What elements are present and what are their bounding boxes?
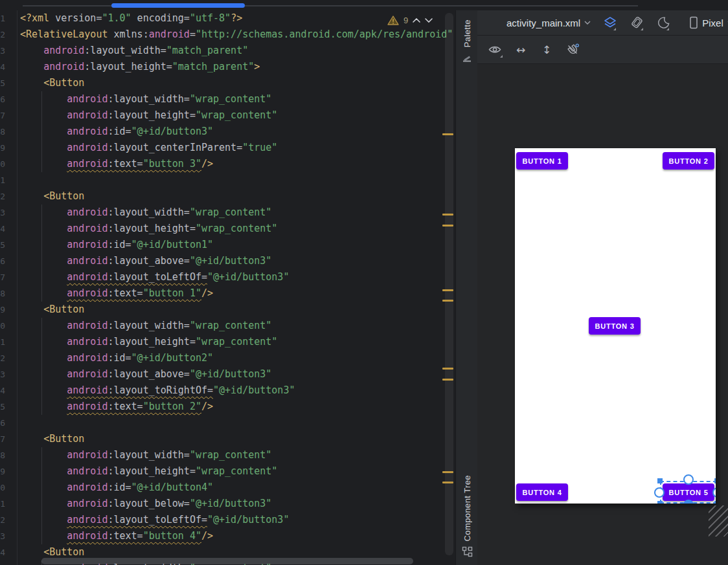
next-problem-icon[interactable] bbox=[425, 18, 433, 23]
code-line[interactable]: 19 <Button bbox=[0, 302, 455, 318]
line-number: 17 bbox=[0, 269, 5, 285]
code-line[interactable]: 14 android:layout_height="wrap_content" bbox=[0, 221, 455, 237]
design-surface[interactable]: BUTTON 1BUTTON 2BUTTON 3BUTTON 4BUTTON 5 bbox=[477, 64, 728, 565]
code-line[interactable]: 28 android:layout_width="wrap_content" bbox=[0, 447, 455, 463]
code-line[interactable]: 20 android:layout_width="wrap_content" bbox=[0, 318, 455, 334]
code-line[interactable]: 8 android:id="@+id/button3" bbox=[0, 124, 455, 140]
code-text: android:text="button 1"/> bbox=[20, 285, 213, 302]
selection-corner-handle[interactable] bbox=[657, 478, 663, 483]
device-selector[interactable]: Pixel bbox=[689, 16, 728, 29]
code-text: android:layout_width="wrap_content" bbox=[20, 318, 271, 334]
night-mode-icon[interactable] bbox=[657, 14, 670, 31]
line-number: 20 bbox=[0, 318, 5, 334]
selection-corner-handle[interactable] bbox=[657, 501, 663, 504]
code-line[interactable]: 6 android:layout_width="wrap_content" bbox=[0, 91, 455, 107]
line-number: 9 bbox=[0, 140, 5, 156]
code-line[interactable]: 25 android:text="button 2"/> bbox=[0, 399, 455, 415]
progress-bar bbox=[111, 3, 245, 8]
warning-stripe-mark[interactable] bbox=[442, 379, 453, 381]
warning-stripe-mark[interactable] bbox=[442, 368, 453, 370]
indent-guide bbox=[41, 205, 42, 302]
warning-stripe-mark[interactable] bbox=[442, 133, 453, 135]
xml-code-editor[interactable]: 1<?xml version="1.0" encoding="utf-8"?>2… bbox=[0, 10, 455, 565]
selection-anchor-handle[interactable] bbox=[654, 487, 665, 498]
previous-problem-icon[interactable] bbox=[413, 18, 420, 23]
code-line[interactable]: 10 android:text="button 3"/> bbox=[0, 156, 455, 172]
view-options-icon[interactable] bbox=[486, 41, 503, 58]
code-line[interactable]: 9 android:layout_centerInParent="true" bbox=[0, 140, 455, 156]
warning-stripe-mark[interactable] bbox=[442, 482, 453, 483]
code-line[interactable]: 29 android:layout_height="wrap_content" bbox=[0, 463, 455, 480]
selection-corner-handle[interactable] bbox=[714, 478, 716, 483]
line-number: 29 bbox=[0, 463, 5, 480]
code-text: android:layout_toRightOf="@+id/button3" bbox=[20, 382, 295, 399]
selection-anchor-handle[interactable] bbox=[683, 474, 694, 485]
resize-corner-hatch[interactable] bbox=[709, 505, 728, 537]
code-line[interactable]: 23 android:layout_above="@+id/button3" bbox=[0, 366, 455, 382]
warning-icon bbox=[387, 16, 399, 25]
code-line[interactable]: 26 bbox=[0, 415, 455, 431]
code-line[interactable]: 13 android:layout_width="wrap_content" bbox=[0, 205, 455, 221]
code-line[interactable]: 5 <Button bbox=[0, 75, 455, 91]
code-line[interactable]: 4 android:layout_height="match_parent"> bbox=[0, 59, 455, 75]
code-text: android:layout_width="match_parent" bbox=[20, 43, 248, 59]
layout-file-dropdown[interactable]: activity_main.xml bbox=[506, 17, 591, 28]
design-surface-icon[interactable] bbox=[604, 14, 617, 31]
line-number: 34 bbox=[0, 544, 5, 560]
code-line[interactable]: 11 bbox=[0, 172, 455, 188]
code-text: android:text="button 3"/> bbox=[20, 156, 213, 172]
design-toolbar: activity_main.xml bbox=[477, 10, 728, 36]
vertical-expand-icon[interactable]: ↕ bbox=[538, 41, 555, 58]
component-tree-tool-tab[interactable]: Component Tree bbox=[456, 475, 478, 557]
code-text: android:layout_height="wrap_content" bbox=[20, 107, 277, 124]
preview-button[interactable]: BUTTON 3 bbox=[589, 317, 641, 335]
code-line[interactable]: 18 android:text="button 1"/> bbox=[0, 285, 455, 302]
code-line[interactable]: 2<RelativeLayout xmlns:android="http://s… bbox=[0, 27, 455, 43]
selection-corner-handle[interactable] bbox=[714, 501, 716, 504]
palette-tool-tab[interactable]: Palette bbox=[456, 19, 478, 63]
preview-button[interactable]: BUTTON 4 bbox=[516, 483, 568, 501]
code-text: android:layout_width="wrap_content" bbox=[20, 91, 271, 107]
code-line[interactable]: 16 android:layout_above="@+id/button3" bbox=[0, 253, 455, 269]
code-line[interactable]: 3 android:layout_width="match_parent" bbox=[0, 43, 455, 59]
code-line[interactable]: 15 android:id="@+id/button1" bbox=[0, 237, 455, 253]
warning-stripe-mark[interactable] bbox=[442, 471, 453, 473]
device-name: Pixel bbox=[702, 17, 723, 28]
code-text: android:layout_toLeftOf="@+id/button3" bbox=[20, 269, 289, 285]
inspections-widget[interactable]: 9 bbox=[387, 14, 433, 27]
preview-button[interactable]: BUTTON 1 bbox=[516, 152, 568, 170]
code-text: android:layout_width="wrap_content" bbox=[20, 205, 271, 221]
preview-button[interactable]: BUTTON 5 bbox=[663, 483, 714, 501]
orientation-icon[interactable] bbox=[630, 14, 644, 31]
code-line[interactable]: 27 <Button bbox=[0, 431, 455, 447]
preview-button-label: BUTTON 1 bbox=[522, 157, 562, 165]
code-line[interactable]: 12 <Button bbox=[0, 188, 455, 205]
warning-stripe-mark[interactable] bbox=[442, 225, 453, 227]
warning-stripe-mark[interactable] bbox=[442, 289, 453, 291]
code-line[interactable]: 22 android:id="@+id/button2" bbox=[0, 350, 455, 366]
code-line[interactable]: 17 android:layout_toLeftOf="@+id/button3… bbox=[0, 269, 455, 285]
code-text: android:layout_width="wrap_content" bbox=[20, 447, 271, 463]
code-line[interactable]: 21 android:layout_height="wrap_content" bbox=[0, 334, 455, 350]
line-number: 26 bbox=[0, 415, 5, 431]
warning-stripe-mark[interactable] bbox=[442, 300, 453, 302]
horizontal-scrollbar[interactable] bbox=[41, 558, 413, 564]
code-text: android:text="button 2"/> bbox=[20, 399, 213, 415]
line-number: 16 bbox=[0, 253, 5, 269]
warning-stripe-mark[interactable] bbox=[442, 214, 453, 216]
vertical-scrollbar[interactable] bbox=[445, 13, 453, 555]
code-line[interactable]: 32 android:layout_toLeftOf="@+id/button3… bbox=[0, 512, 455, 528]
autoconnect-off-icon[interactable] bbox=[564, 41, 581, 58]
line-number: 8 bbox=[0, 124, 5, 140]
code-line[interactable]: 30 android:id="@+id/button4" bbox=[0, 480, 455, 496]
line-number: 21 bbox=[0, 334, 5, 350]
code-line[interactable]: 7 android:layout_height="wrap_content" bbox=[0, 107, 455, 124]
code-line[interactable]: 33 android:text="button 4"/> bbox=[0, 528, 455, 544]
warning-count: 9 bbox=[404, 16, 408, 25]
horizontal-expand-icon[interactable]: ↔ bbox=[512, 41, 529, 58]
preview-button[interactable]: BUTTON 2 bbox=[663, 152, 714, 170]
code-line[interactable]: 24 android:layout_toRightOf="@+id/button… bbox=[0, 382, 455, 399]
code-line[interactable]: 31 android:layout_below="@+id/button3" bbox=[0, 496, 455, 512]
device-canvas[interactable]: BUTTON 1BUTTON 2BUTTON 3BUTTON 4BUTTON 5 bbox=[515, 148, 716, 504]
line-number: 22 bbox=[0, 350, 5, 366]
